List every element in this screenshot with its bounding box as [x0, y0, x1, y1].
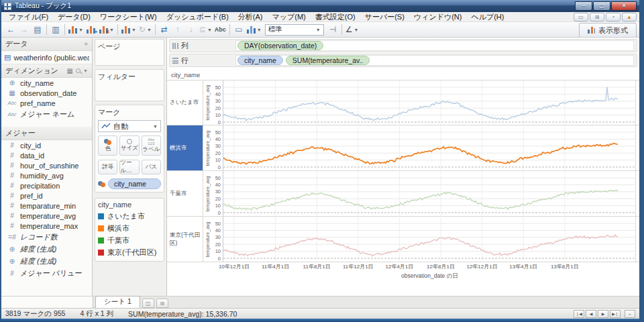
- new-datasource-button[interactable]: ▼: [67, 23, 85, 36]
- show-filmstrip-icon[interactable]: ÷: [625, 310, 635, 318]
- menu-item-1[interactable]: データ(D): [53, 13, 95, 21]
- size-button[interactable]: サイズ: [119, 136, 139, 156]
- back-button[interactable]: ←: [4, 23, 17, 36]
- y-axis-2[interactable]: temperature_avg01020304050: [203, 171, 223, 216]
- plot-3[interactable]: [223, 217, 636, 262]
- columns-pill-0[interactable]: DAY(observation_date): [237, 41, 323, 50]
- prev-sheet-icon[interactable]: ◀: [586, 310, 596, 318]
- measure-field-city_id[interactable]: #city_id: [1, 140, 92, 150]
- y-axis-0[interactable]: temperature_avg01020304050: [203, 80, 223, 125]
- dimension-field-メジャー ネーム[interactable]: Abcメジャー ネーム: [1, 108, 92, 120]
- rows-pill-0[interactable]: city_name: [237, 56, 283, 65]
- columns-shelf[interactable]: 列 DAY(observation_date): [169, 39, 637, 52]
- color-button[interactable]: 色: [98, 136, 117, 156]
- menu-item-3[interactable]: ダッシュボード(B): [162, 13, 233, 21]
- menu-item-7[interactable]: サーバー(S): [360, 13, 409, 21]
- maximize-button[interactable]: ▢: [593, 1, 610, 11]
- measure-field-precipitation[interactable]: #precipitation: [1, 180, 92, 191]
- fit-selector[interactable]: 標準▼: [265, 24, 324, 36]
- row-label-1[interactable]: 横浜市: [167, 125, 203, 170]
- first-sheet-icon[interactable]: ❘◀: [574, 310, 584, 318]
- measure-field-temperature_max[interactable]: #temperature_max: [1, 221, 92, 231]
- presentation-mode-button[interactable]: ▭: [232, 23, 246, 36]
- menu-chevron-icon[interactable]: ▼: [83, 68, 88, 73]
- label-button[interactable]: Abc123ラベル: [142, 136, 161, 156]
- dimension-field-pref_name[interactable]: Abcpref_name: [1, 98, 92, 108]
- rows-shelf[interactable]: 行 city_nameSUM(temperature_av..: [169, 54, 637, 67]
- refresh-button[interactable]: ↻▼: [138, 23, 153, 36]
- legend-item-0[interactable]: さいたま市: [98, 210, 161, 222]
- measure-field-data_id[interactable]: #data_id: [1, 150, 92, 160]
- new-dashboard-button[interactable]: ◫: [142, 299, 154, 308]
- filmstrip-button[interactable]: ▭: [574, 13, 588, 21]
- x-axis[interactable]: 10年12月1日11年4月1日11年8月1日11年12月1日12年4月1日12年…: [223, 262, 636, 271]
- menu-item-8[interactable]: ウィンドウ(N): [409, 13, 467, 21]
- clear-sheet-button[interactable]: ✕▼: [98, 23, 115, 36]
- highlight-button[interactable]: ∠▼: [344, 23, 360, 36]
- pages-card[interactable]: ページ: [95, 39, 164, 66]
- measure-field-humidity_avg[interactable]: #humidity_avg: [1, 170, 92, 180]
- filters-card[interactable]: フィルター: [95, 69, 164, 101]
- save-button[interactable]: ▤: [31, 23, 44, 36]
- share-button[interactable]: ▲: [622, 13, 637, 21]
- dimension-field-city_name[interactable]: ⊕city_name: [1, 78, 92, 88]
- last-sheet-icon[interactable]: ▶❘: [610, 310, 621, 318]
- menu-item-5[interactable]: マップ(M): [268, 13, 311, 21]
- minimize-button[interactable]: ─: [575, 1, 592, 11]
- fit-button[interactable]: ▼: [246, 23, 263, 36]
- menu-item-0[interactable]: ファイル(F): [4, 13, 53, 21]
- sort-ascending-button[interactable]: ↑: [171, 23, 184, 36]
- show-me-button[interactable]: 表示形式: [579, 23, 637, 37]
- menu-item-2[interactable]: ワークシート(W): [95, 13, 162, 21]
- worksheet-view: 列 DAY(observation_date) 行 city_nameSUM(t…: [167, 38, 639, 296]
- show-mark-labels-button[interactable]: Abc: [213, 23, 227, 36]
- forward-button[interactable]: →: [17, 23, 31, 36]
- measure-field-経度 (生成)[interactable]: ⊕経度 (生成): [1, 255, 92, 267]
- plot-1[interactable]: [223, 125, 636, 170]
- mark-type-dropdown[interactable]: 自動 ▼: [98, 120, 161, 132]
- tab-sheet1[interactable]: シート 1: [95, 296, 140, 308]
- pane-collapse-icon[interactable]: ÷: [85, 40, 89, 48]
- tile-button[interactable]: ⊞: [590, 13, 604, 21]
- datasource-item[interactable]: ▤ weatherinfo (public.weath...: [1, 51, 92, 64]
- menu-item-6[interactable]: 書式設定(O): [311, 13, 360, 21]
- measure-field-レコード数[interactable]: =#レコード数: [1, 231, 92, 243]
- rows-pill-1[interactable]: SUM(temperature_av..: [286, 56, 370, 65]
- row-label-3[interactable]: 東京(千代田区): [167, 217, 203, 262]
- menu-item-9[interactable]: ヘルプ(H): [466, 13, 508, 21]
- view-data-icon[interactable]: ▦: [67, 67, 73, 74]
- mark-pill-city-name[interactable]: city_name: [108, 178, 161, 189]
- plot-0[interactable]: [223, 80, 636, 125]
- datasource-button[interactable]: ▥: [49, 23, 62, 36]
- new-worksheet-tab-button[interactable]: ⊞: [156, 299, 168, 308]
- detail-button[interactable]: 詳等: [98, 160, 117, 174]
- duplicate-button[interactable]: ▼: [120, 23, 138, 36]
- measure-field-temperature_avg[interactable]: #temperature_avg: [1, 211, 92, 221]
- row-label-0[interactable]: さいたま市: [167, 80, 203, 125]
- search-icon[interactable]: [76, 68, 80, 73]
- y-axis-1[interactable]: temperature_avg01020304050: [203, 125, 223, 170]
- plot-2[interactable]: [223, 171, 636, 216]
- legend-item-2[interactable]: 千葉市: [98, 234, 161, 246]
- legend-item-3[interactable]: 東京(千代田区): [98, 246, 161, 258]
- measure-field-メジャー バリュー[interactable]: #メジャー バリュー: [1, 267, 92, 279]
- path-button[interactable]: パス: [142, 160, 161, 174]
- measure-field-temparature_min[interactable]: #temparature_min: [1, 201, 92, 211]
- legend-item-1[interactable]: 横浜市: [98, 222, 161, 234]
- close-button[interactable]: ✕: [611, 1, 637, 11]
- row-label-2[interactable]: 千葉市: [167, 171, 203, 216]
- next-sheet-icon[interactable]: ▶: [598, 310, 608, 318]
- clock-button[interactable]: ◔: [606, 13, 621, 21]
- swap-axes-button[interactable]: ⇄: [158, 23, 171, 36]
- y-axis-3[interactable]: temperature_avg01020304050: [203, 217, 223, 262]
- tooltip-button[interactable]: ツール…: [119, 160, 139, 174]
- menu-item-4[interactable]: 分析(A): [233, 13, 268, 21]
- fix-axes-button[interactable]: ⊣: [326, 23, 339, 36]
- group-button[interactable]: ⊆▼: [198, 23, 213, 36]
- sort-descending-button[interactable]: ↓: [184, 23, 198, 36]
- measure-field-pref_id[interactable]: #pref_id: [1, 191, 92, 201]
- measure-field-緯度 (生成)[interactable]: ⊕緯度 (生成): [1, 243, 92, 255]
- dimension-field-observation_date[interactable]: ▦observation_date: [1, 88, 92, 98]
- measure-field-hour_of_sunshine[interactable]: #hour_of_sunshine: [1, 160, 92, 170]
- new-worksheet-button[interactable]: +: [85, 23, 98, 36]
